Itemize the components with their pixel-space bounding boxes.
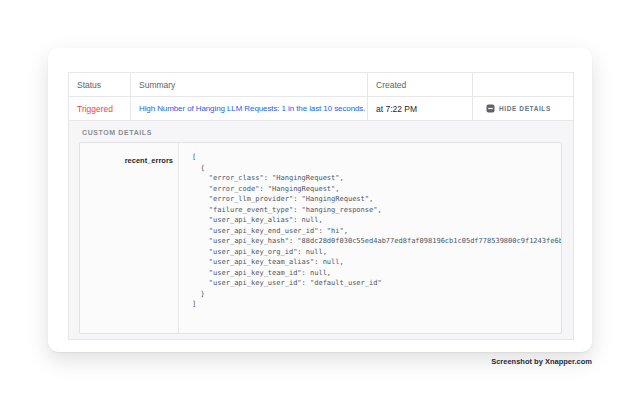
column-header-created: Created (367, 73, 472, 96)
created-cell: at 7:22 PM (367, 97, 472, 120)
alert-summary-link[interactable]: High Number of Hanging LLM Requests: 1 i… (139, 104, 365, 113)
table-row: Triggered High Number of Hanging LLM Req… (69, 97, 573, 121)
table-header-row: Status Summary Created (69, 73, 573, 97)
column-header-summary: Summary (130, 73, 367, 96)
xnapper-watermark: Screenshot by Xnapper.com (491, 357, 592, 366)
hide-details-button[interactable]: HIDE DETAILS (486, 104, 551, 113)
custom-details-section: CUSTOM DETAILS recent_errors [ { "error_… (69, 121, 573, 339)
detail-key-label: recent_errors (125, 156, 173, 165)
recent-errors-json: [ { "error_class": "HangingRequest", "er… (179, 143, 561, 333)
detail-key-column: recent_errors (80, 143, 179, 333)
summary-cell: High Number of Hanging LLM Requests: 1 i… (130, 97, 367, 120)
created-timestamp: at 7:22 PM (376, 104, 417, 114)
alert-details-card: Status Summary Created Triggered High Nu… (48, 48, 592, 352)
status-cell: Triggered (69, 97, 130, 120)
custom-details-panel: recent_errors [ { "error_class": "Hangin… (79, 142, 562, 334)
alerts-table: Status Summary Created Triggered High Nu… (68, 72, 574, 340)
collapse-minus-icon (486, 104, 495, 113)
status-badge: Triggered (77, 104, 113, 114)
column-header-actions (472, 73, 573, 96)
hide-details-label: HIDE DETAILS (499, 105, 551, 112)
custom-details-heading: CUSTOM DETAILS (69, 121, 573, 142)
actions-cell: HIDE DETAILS (472, 97, 573, 120)
column-header-status: Status (69, 73, 130, 96)
